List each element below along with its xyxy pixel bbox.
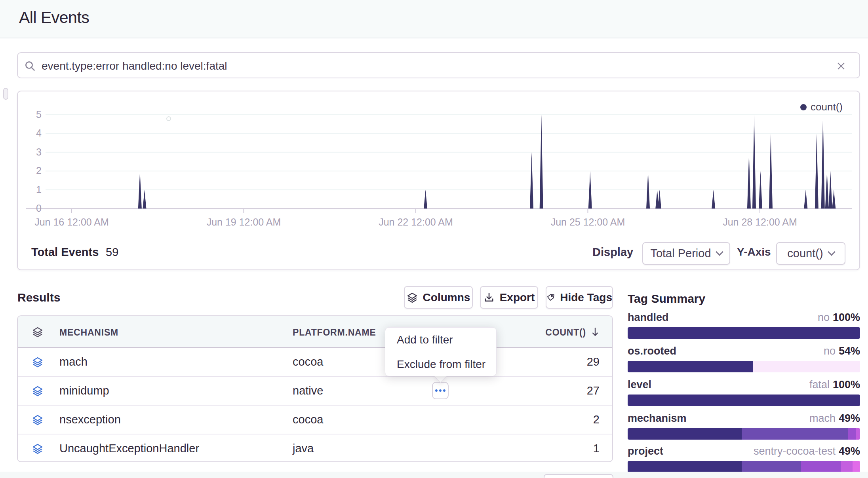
tag-value: fatal100% (809, 379, 860, 391)
x-tick-label: Jun 25 12:00 AM (536, 216, 639, 228)
tag-bar-segment[interactable] (742, 461, 801, 472)
cell-mechanism[interactable]: nsexception (59, 413, 121, 426)
tag-bar-segment[interactable] (742, 428, 848, 440)
chevron-down-icon (716, 248, 723, 256)
download-icon (483, 292, 495, 303)
table-row: mach cocoa 29 (18, 348, 612, 377)
chevron-down-icon (828, 248, 836, 256)
page-title: All Events (19, 8, 89, 27)
y-tick-label: 4 (18, 127, 42, 139)
column-header-platform[interactable]: PLATFORM.NAME (293, 327, 376, 338)
tag-value: mach49% (809, 412, 860, 425)
total-events-label: Total Events (31, 246, 99, 259)
cell-count[interactable]: 1 (593, 442, 600, 455)
row-actions-button[interactable] (432, 382, 449, 399)
tag-name: os.rooted (628, 345, 676, 357)
tag-bar-segment[interactable] (628, 428, 742, 440)
x-tick-label: Jun 19 12:00 AM (192, 216, 295, 228)
tag-bar-segment[interactable] (628, 361, 753, 372)
ellipsis-icon (435, 389, 438, 392)
table-header: MECHANISM PLATFORM.NAME COUNT() (18, 316, 612, 348)
tag-bar (628, 428, 860, 440)
chart-panel: count() 012345 Jun 16 12:00 AMJun 19 12:… (17, 91, 860, 270)
tag-value: no100% (818, 311, 860, 324)
tag-bar (628, 327, 860, 339)
cell-mechanism[interactable]: minidump (59, 384, 109, 397)
tag-summary-title: Tag Summary (628, 292, 705, 305)
tag-bar (628, 461, 860, 472)
column-header-mechanism[interactable]: MECHANISM (59, 327, 118, 338)
display-select[interactable]: Total Period (642, 242, 730, 265)
drag-handle[interactable] (3, 88, 8, 100)
bottom-strip (0, 472, 868, 478)
layers-icon[interactable] (32, 385, 43, 396)
table-row: nsexception cocoa 2 (18, 406, 612, 434)
menu-item-add-to-filter[interactable]: Add to filter (385, 328, 496, 352)
search-bar[interactable]: event.type:error handled:no level:fatal (17, 52, 860, 78)
y-tick-label: 1 (18, 184, 42, 195)
layers-icon[interactable] (32, 357, 43, 368)
cell-platform[interactable]: java (293, 442, 314, 455)
pagination-button[interactable] (544, 474, 613, 478)
page-header: All Events (0, 0, 868, 38)
hide-tags-button[interactable]: Hide Tags (546, 286, 613, 309)
table-row: UncaughtExceptionHandler java 1 (18, 434, 612, 463)
layers-icon[interactable] (32, 414, 43, 425)
results-table: MECHANISM PLATFORM.NAME COUNT() mach coc… (17, 315, 613, 462)
cell-count[interactable]: 27 (587, 384, 600, 397)
tag-bar (628, 361, 860, 372)
tag-bar-segment[interactable] (841, 461, 852, 472)
cell-platform[interactable]: native (293, 384, 323, 397)
tag-value: no54% (824, 345, 860, 357)
cell-platform[interactable]: cocoa (293, 355, 323, 368)
context-menu: Add to filter Exclude from filter (385, 327, 497, 376)
tag-bar (628, 395, 860, 406)
y-tick-label: 0 (18, 203, 42, 214)
yaxis-select[interactable]: count() (776, 242, 845, 265)
menu-item-exclude-from-filter[interactable]: Exclude from filter (385, 352, 496, 376)
search-icon (24, 60, 36, 72)
display-label: Display (592, 246, 633, 259)
table-row: minidump native 27 (18, 377, 612, 406)
y-tick-label: 5 (18, 109, 42, 120)
tag-bar-rest[interactable] (753, 361, 860, 372)
columns-button[interactable]: Columns (404, 286, 473, 309)
search-input[interactable]: event.type:error handled:no level:fatal (42, 60, 227, 72)
tag-name: project (628, 445, 663, 457)
cell-mechanism[interactable]: mach (59, 355, 88, 368)
tag-value: sentry-cocoa-test49% (754, 445, 860, 457)
sort-desc-icon (590, 326, 600, 338)
tag-icon (546, 292, 555, 303)
tag-bar-segment[interactable] (848, 428, 856, 440)
cell-count[interactable]: 2 (593, 413, 600, 426)
tag-bar-segment[interactable] (628, 395, 860, 406)
yaxis-label: Y-Axis (737, 246, 771, 258)
clear-search-icon[interactable] (836, 61, 846, 71)
layers-icon[interactable] (32, 443, 43, 454)
cell-platform[interactable]: cocoa (293, 413, 323, 426)
results-title: Results (17, 291, 60, 304)
tag-name: handled (628, 311, 669, 324)
y-tick-label: 2 (18, 165, 42, 176)
x-tick-label: Jun 16 12:00 AM (20, 216, 123, 228)
tag-name: mechanism (628, 412, 687, 425)
x-tick-label: Jun 28 12:00 AM (708, 216, 811, 228)
events-chart[interactable] (18, 91, 859, 230)
tag-bar-segment[interactable] (628, 461, 742, 472)
column-header-count[interactable]: COUNT() (545, 327, 586, 338)
tag-bar-segment[interactable] (628, 327, 860, 339)
total-events-value: 59 (106, 246, 118, 259)
export-button[interactable]: Export (480, 286, 538, 309)
layers-icon (407, 292, 418, 303)
cell-mechanism[interactable]: UncaughtExceptionHandler (59, 442, 199, 455)
x-tick-label: Jun 22 12:00 AM (364, 216, 467, 228)
cell-count[interactable]: 29 (587, 355, 600, 368)
tag-name: level (628, 379, 651, 391)
tag-bar-segment[interactable] (853, 461, 860, 472)
layers-icon[interactable] (32, 326, 43, 338)
tag-bar-segment[interactable] (801, 461, 841, 472)
tag-bar-segment[interactable] (856, 428, 860, 440)
y-tick-label: 3 (18, 146, 42, 158)
